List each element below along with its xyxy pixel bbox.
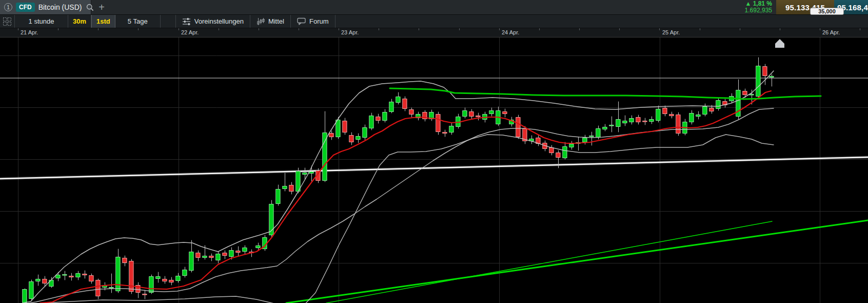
- change-absolute: 1.692,935: [723, 7, 772, 14]
- axis-tick: [339, 28, 339, 30]
- instrument-type-badge: CFD: [16, 3, 35, 12]
- range-button[interactable]: 5 Tage: [115, 15, 161, 28]
- date-label: 22 Apr.: [181, 29, 199, 35]
- timeframe-dropdown[interactable]: 1 stunde: [15, 15, 68, 28]
- axis-tick: [18, 28, 18, 30]
- axis-tick: [780, 28, 780, 30]
- presets-label: Voreinstellungen: [194, 17, 244, 25]
- date-axis[interactable]: 21 Apr.22 Apr.23 Apr.24 Apr.25 Apr.26 Ap…: [0, 28, 868, 37]
- axis-tick: [379, 28, 379, 30]
- titlebar-spacer: [112, 0, 723, 14]
- sliders-icon: [182, 17, 191, 25]
- axis-tick: [419, 28, 419, 30]
- toolbar-empty-area: [336, 15, 868, 28]
- axis-tick: [459, 28, 460, 30]
- quick-timeframe-30m[interactable]: 30m: [68, 15, 91, 28]
- axis-tick: [539, 28, 540, 30]
- axis-tick: [820, 28, 820, 30]
- date-label: 24 Apr.: [502, 29, 519, 35]
- instrument-tab[interactable]: 1 CFD Bitcoin (USD): [0, 0, 91, 14]
- candlestick-icon: [257, 17, 265, 26]
- add-tab-button[interactable]: +: [91, 0, 112, 14]
- chart-area: [0, 37, 868, 303]
- axis-tick: [58, 28, 58, 30]
- price-chart-canvas[interactable]: [0, 37, 868, 303]
- up-arrow-icon: ▲: [745, 0, 751, 7]
- presets-button[interactable]: Voreinstellungen: [176, 15, 250, 28]
- speech-bubble-icon: [297, 17, 306, 25]
- forum-label: Forum: [309, 17, 329, 25]
- date-label: 25 Apr.: [662, 29, 680, 35]
- indicators-button[interactable]: Mittel: [250, 15, 291, 28]
- forum-button[interactable]: Forum: [291, 15, 336, 28]
- axis-tick: [138, 28, 139, 30]
- axis-tick: [860, 28, 860, 30]
- axis-tick: [659, 28, 660, 30]
- grid-icon: [3, 17, 12, 26]
- quick-timeframe-1std[interactable]: 1std: [91, 15, 115, 28]
- spread-badge: 35,000: [810, 8, 844, 15]
- date-label: 23 Apr.: [341, 29, 359, 35]
- axis-tick: [179, 28, 179, 30]
- toolbar-gap-cell: [161, 15, 176, 28]
- axis-tick: [740, 28, 740, 30]
- date-label: 26 Apr.: [822, 29, 840, 35]
- quote-panel: ▲ 1,81 % 1.692,935 95.133,415 95.168,415…: [723, 0, 868, 14]
- chart-number-badge: 1: [4, 3, 12, 11]
- axis-tick: [499, 28, 500, 30]
- axis-tick: [700, 28, 700, 30]
- axis-tick: [219, 28, 219, 30]
- date-label: 21 Apr.: [21, 29, 38, 35]
- axis-tick: [579, 28, 580, 30]
- axis-tick: [299, 28, 299, 30]
- axis-tick: [619, 28, 620, 30]
- trading-app-window: 1 CFD Bitcoin (USD) + ▲ 1,81 % 1.692,935…: [0, 0, 868, 303]
- indicators-label: Mittel: [268, 17, 284, 25]
- change-percent: 1,81 %: [753, 0, 772, 7]
- titlebar: 1 CFD Bitcoin (USD) + ▲ 1,81 % 1.692,935…: [0, 0, 868, 14]
- instrument-title: Bitcoin (USD): [38, 3, 82, 11]
- axis-tick: [98, 28, 98, 30]
- toolbar: 1 stunde 30m 1std 5 Tage Voreinstellunge…: [0, 14, 868, 28]
- change-block: ▲ 1,81 % 1.692,935: [723, 0, 776, 14]
- axis-tick: [259, 28, 259, 30]
- layout-grid-button[interactable]: [0, 15, 15, 28]
